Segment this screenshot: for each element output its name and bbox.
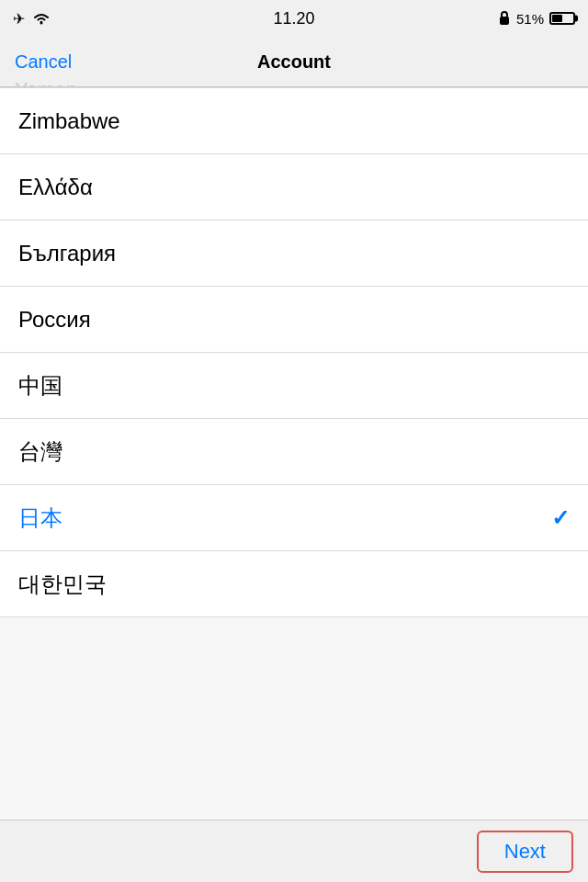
country-label: 대한민국 xyxy=(18,570,107,599)
list-item[interactable]: 台灣 xyxy=(0,419,588,485)
checkmark-icon: ✓ xyxy=(551,505,570,531)
airplane-icon: ✈ xyxy=(13,10,25,28)
svg-point-0 xyxy=(40,22,43,25)
country-list: Zimbabwe Ελλάδα България Россия 中国 台灣 日本… xyxy=(0,87,588,617)
status-bar: ✈ 11.20 51% xyxy=(0,0,588,37)
page-title: Account xyxy=(257,51,331,73)
wifi-icon xyxy=(32,11,51,26)
status-right-icons: 51% xyxy=(498,10,575,28)
cancel-button[interactable]: Cancel xyxy=(15,51,72,73)
status-left-icons: ✈ xyxy=(13,10,51,28)
svg-rect-1 xyxy=(500,17,509,25)
lock-icon xyxy=(498,10,511,28)
country-label: България xyxy=(18,241,116,266)
list-item[interactable]: Zimbabwe xyxy=(0,88,588,154)
list-item[interactable]: Россия xyxy=(0,287,588,353)
list-item-selected[interactable]: 日本 ✓ xyxy=(0,485,588,551)
next-button[interactable]: Next xyxy=(477,831,573,873)
list-item[interactable]: 中国 xyxy=(0,353,588,419)
battery-icon xyxy=(549,12,575,25)
list-item[interactable]: 대한민국 xyxy=(0,551,588,617)
country-label: 台灣 xyxy=(18,437,62,467)
status-time: 11.20 xyxy=(273,9,314,28)
nav-bar: Cancel Account xyxy=(0,37,588,87)
country-label: Ελλάδα xyxy=(18,175,93,200)
country-label-selected: 日本 xyxy=(18,503,62,533)
list-item[interactable]: Ελλάδα xyxy=(0,154,588,220)
country-label: 中国 xyxy=(18,371,62,401)
battery-percent: 51% xyxy=(516,11,544,27)
list-item[interactable]: България xyxy=(0,220,588,287)
bottom-toolbar: Next xyxy=(0,820,588,882)
country-label: Россия xyxy=(18,307,91,333)
country-label: Zimbabwe xyxy=(18,108,120,134)
